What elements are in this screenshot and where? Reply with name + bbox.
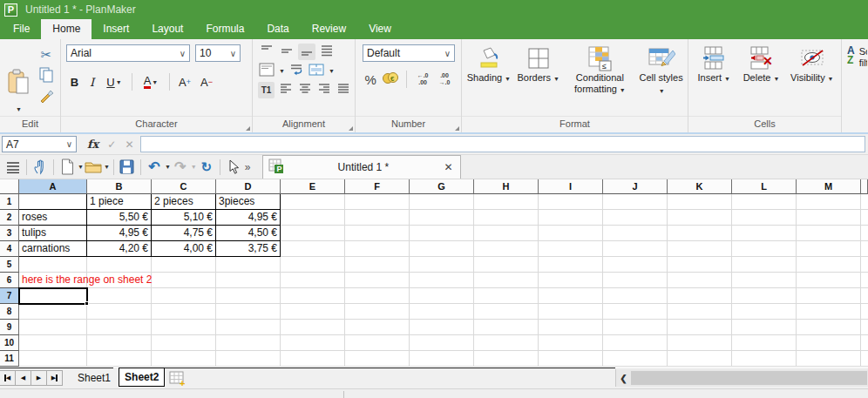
valign-bottom-button[interactable] <box>298 44 315 60</box>
cell-M1[interactable] <box>797 194 861 210</box>
underline-dropdown-icon[interactable]: ▼ <box>116 79 122 85</box>
new-document-button[interactable] <box>58 158 77 177</box>
scrollbar-thumb[interactable] <box>631 371 867 385</box>
cell-M3[interactable] <box>797 226 861 241</box>
cell-I5[interactable] <box>539 257 603 273</box>
font-color-dropdown-icon[interactable]: ▼ <box>152 79 158 85</box>
cell-L6[interactable] <box>732 273 797 288</box>
cell-K7[interactable] <box>668 288 732 304</box>
increase-decimals-button[interactable]: ←.0.00 <box>413 72 432 86</box>
row-header-2[interactable]: 2 <box>0 210 19 226</box>
cell-I11[interactable] <box>539 351 603 367</box>
cell-L4[interactable] <box>732 241 797 257</box>
row-header-9[interactable]: 9 <box>0 320 19 335</box>
row-header-5[interactable]: 5 <box>0 257 19 273</box>
open-document-dropdown-icon[interactable]: ▼ <box>104 164 110 170</box>
menu-tab-home[interactable]: Home <box>41 19 92 39</box>
last-sheet-button[interactable]: ▶ <box>46 370 63 386</box>
column-header-E[interactable]: E <box>281 179 345 194</box>
decrease-decimals-button[interactable]: .00→.0 <box>435 72 454 86</box>
sheet-tab-sheet1[interactable]: Sheet1 <box>70 369 119 387</box>
cell-I10[interactable] <box>539 335 603 351</box>
select-all-corner[interactable] <box>0 179 19 194</box>
cell-L10[interactable] <box>732 335 797 351</box>
cell-E8[interactable] <box>281 304 345 320</box>
column-header-A[interactable]: A <box>19 179 87 194</box>
italic-button[interactable]: I <box>84 72 100 91</box>
grow-font-button[interactable]: A+ <box>174 72 195 91</box>
cell-J10[interactable] <box>603 335 668 351</box>
cell-M10[interactable] <box>797 335 861 351</box>
formula-input[interactable] <box>140 136 865 152</box>
cell-H8[interactable] <box>474 304 539 320</box>
cell-L9[interactable] <box>732 320 797 335</box>
font-color-button[interactable]: A▼ <box>137 72 165 91</box>
cell-G2[interactable] <box>410 210 474 226</box>
cell-B8[interactable] <box>87 304 152 320</box>
save-button[interactable] <box>118 158 137 177</box>
cell-K1[interactable] <box>668 194 732 210</box>
cell-G4[interactable] <box>410 241 474 257</box>
row-header-10[interactable]: 10 <box>0 335 19 351</box>
cell-G3[interactable] <box>410 226 474 241</box>
undo-button[interactable]: ↶ <box>145 158 164 177</box>
cell-M5[interactable] <box>797 257 861 273</box>
cell-I3[interactable] <box>539 226 603 241</box>
cell-L2[interactable] <box>732 210 797 226</box>
merge-cells-button[interactable] <box>308 63 325 79</box>
cell-D8[interactable] <box>216 304 281 320</box>
open-document-button[interactable] <box>84 158 103 177</box>
cell-E7[interactable] <box>281 288 345 304</box>
cell-D5[interactable] <box>216 257 281 273</box>
delete-cells-dropdown-icon[interactable]: ▼ <box>771 76 779 82</box>
percent-format-button[interactable]: % <box>363 71 378 88</box>
cell-K6[interactable] <box>668 273 732 288</box>
borders-dropdown-icon[interactable]: ▼ <box>552 76 559 82</box>
menu-tab-review[interactable]: Review <box>301 19 357 39</box>
cell-J5[interactable] <box>603 257 668 273</box>
cell-D2[interactable]: 4,95 € <box>216 210 281 226</box>
cell-L8[interactable] <box>732 304 797 320</box>
font-size-combobox[interactable]: 10∨ <box>195 44 241 62</box>
cell-H1[interactable] <box>474 194 539 210</box>
cell-K9[interactable] <box>668 320 732 335</box>
cell-B5[interactable] <box>87 257 152 273</box>
wrap-text-button[interactable] <box>288 63 305 79</box>
row-header-1[interactable]: 1 <box>0 194 19 210</box>
cell-M9[interactable] <box>797 320 861 335</box>
cell-I9[interactable] <box>539 320 603 335</box>
column-header-M[interactable]: M <box>797 179 861 194</box>
cell-G8[interactable] <box>410 304 474 320</box>
cell-B1[interactable]: 1 piece <box>87 194 152 210</box>
new-document-dropdown-icon[interactable]: ▼ <box>78 164 84 170</box>
column-header-F[interactable]: F <box>345 179 410 194</box>
active-cell-A7[interactable] <box>18 287 88 305</box>
close-document-icon[interactable]: ✕ <box>441 161 455 173</box>
cell-C5[interactable] <box>152 257 216 273</box>
cell-D10[interactable] <box>216 335 281 351</box>
cell-G11[interactable] <box>410 351 474 367</box>
cell-F11[interactable] <box>345 351 410 367</box>
cell-C4[interactable]: 4,00 € <box>152 241 216 257</box>
cell-I6[interactable] <box>539 273 603 288</box>
cell-C1[interactable]: 2 pieces <box>152 194 216 210</box>
cell-M8[interactable] <box>797 304 861 320</box>
cell-F6[interactable] <box>345 273 410 288</box>
column-header-B[interactable]: B <box>87 179 152 194</box>
sheet-tab-sheet2[interactable]: Sheet2 <box>119 368 165 387</box>
column-header-L[interactable]: L <box>732 179 797 194</box>
confirm-entry-icon[interactable]: ✓ <box>107 138 116 151</box>
cell-D7[interactable] <box>216 288 281 304</box>
cell-J6[interactable] <box>603 273 668 288</box>
cell-G5[interactable] <box>410 257 474 273</box>
currency-format-button[interactable]: € <box>381 71 400 88</box>
add-sheet-button[interactable]: + <box>168 370 187 387</box>
cell-L3[interactable] <box>732 226 797 241</box>
cell-A9[interactable] <box>19 320 87 335</box>
cell-B10[interactable] <box>87 335 152 351</box>
cell-B7[interactable] <box>87 288 152 304</box>
cell-C3[interactable]: 4,75 € <box>152 226 216 241</box>
column-header-J[interactable]: J <box>603 179 668 194</box>
column-header-C[interactable]: C <box>152 179 216 194</box>
cell-E9[interactable] <box>281 320 345 335</box>
